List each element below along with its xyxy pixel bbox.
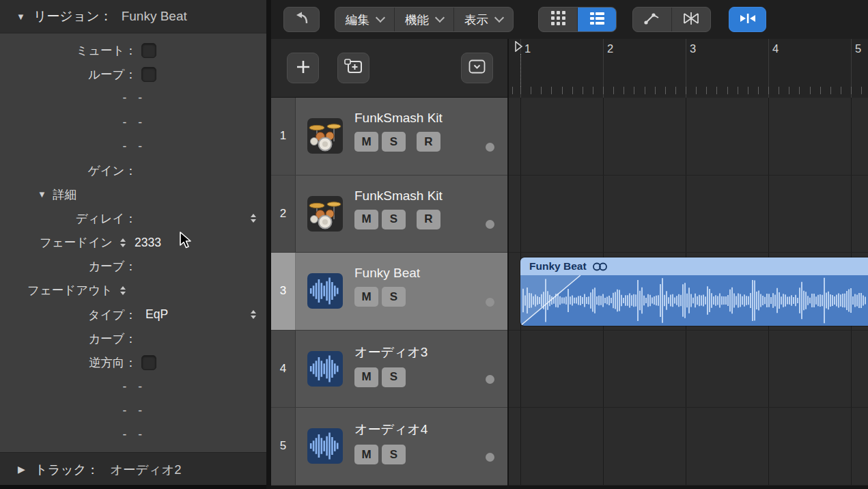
track-row[interactable]: 1 FunkSma [271, 98, 868, 176]
audio-waveform-icon[interactable] [307, 428, 343, 464]
solo-button[interactable]: S [382, 445, 406, 464]
reverse-checkbox[interactable] [141, 355, 156, 370]
mute-button[interactable]: M [354, 367, 378, 387]
add-track-button[interactable] [287, 53, 319, 83]
reverse-label: 逆方向： [0, 354, 137, 371]
track-name[interactable]: Funky Beat [354, 266, 420, 281]
mute-checkbox[interactable] [141, 43, 156, 58]
flex-button[interactable] [672, 8, 710, 31]
mute-button[interactable]: M [354, 287, 378, 307]
loop-checkbox[interactable] [141, 67, 156, 82]
fade-out-label: フェードアウト [0, 282, 113, 298]
record-enable-dot[interactable] [486, 143, 494, 152]
track-header[interactable]: 4 オーディオ3 M S [271, 331, 509, 408]
mute-label: ミュート： [0, 42, 137, 59]
track-header-options-button[interactable] [461, 53, 493, 83]
gain-row: ゲイン： [0, 158, 266, 182]
track-row[interactable]: 2 FunkSma [271, 176, 868, 253]
view-mode-switch [538, 7, 617, 32]
solo-button[interactable]: S [382, 210, 406, 229]
track-list: 1 FunkSma [271, 98, 868, 489]
track-lane[interactable] [509, 408, 868, 486]
audio-waveform-icon[interactable] [307, 273, 343, 309]
menu-functions[interactable]: 機能 [395, 8, 454, 31]
fade-type-stepper[interactable] [251, 310, 256, 319]
tracks-area: 編集 機能 表示 [271, 0, 868, 489]
solo-button[interactable]: S [382, 287, 406, 307]
track-row-selected[interactable]: 3 Funky Beat M S [271, 253, 868, 331]
ruler-number: 3 [690, 42, 696, 55]
menu-functions-label: 機能 [405, 12, 429, 28]
fade-out-stepper[interactable] [120, 286, 126, 295]
bar-ruler[interactable]: 1 2 3 4 5 [509, 39, 868, 98]
menu-edit[interactable]: 編集 [335, 8, 395, 31]
empty-row: - - [0, 423, 266, 447]
track-name[interactable]: オーディオ4 [354, 421, 428, 438]
mute-button[interactable]: M [354, 210, 378, 229]
solo-button[interactable]: S [382, 367, 406, 387]
record-enable-dot[interactable] [486, 375, 494, 384]
list-view-button[interactable] [578, 8, 616, 31]
fade-in-stepper[interactable] [120, 238, 126, 247]
region-inspector-header[interactable]: ▼ リージョン： Funky Beat [0, 0, 266, 33]
mute-button[interactable]: M [354, 445, 378, 464]
track-lane[interactable]: Funky Beat [509, 253, 868, 331]
details-section-label: 詳細 [53, 186, 76, 203]
fade-in-row: フェードイン 2333 [0, 231, 266, 255]
empty-row: - - [0, 399, 266, 423]
fade-in-overlay[interactable] [520, 275, 868, 326]
disclosure-triangle-icon[interactable]: ▼ [38, 189, 46, 199]
empty-value: - - [0, 115, 142, 130]
track-header[interactable]: 2 FunkSma [271, 176, 509, 253]
panel-divider[interactable] [266, 0, 271, 489]
delay-stepper[interactable] [251, 214, 256, 223]
fade-in-label: フェードイン [0, 234, 113, 251]
track-header-divider[interactable] [507, 39, 509, 489]
region-waveform-area[interactable] [520, 275, 868, 326]
region-title-bar[interactable]: Funky Beat [520, 257, 868, 275]
track-inspector-header[interactable]: ▶ トラック： オーディオ2 [0, 452, 266, 486]
catch-playhead-button[interactable] [729, 7, 766, 32]
fade-type-value[interactable]: EqP [145, 307, 168, 322]
drum-kit-icon[interactable] [307, 196, 343, 232]
track-header[interactable]: 1 FunkSma [271, 98, 509, 176]
disclosure-triangle-icon[interactable]: ▶ [18, 464, 25, 475]
back-button[interactable] [283, 7, 320, 32]
automation-button[interactable] [633, 8, 672, 31]
audio-region[interactable]: Funky Beat [520, 257, 868, 326]
edit-tools-switch [632, 7, 711, 32]
drum-kit-icon[interactable] [307, 118, 343, 154]
playhead-marker-icon[interactable] [515, 41, 523, 55]
track-lane[interactable] [509, 98, 868, 176]
record-enable-dot[interactable] [486, 220, 494, 229]
track-name[interactable]: FunkSmash Kit [354, 111, 444, 126]
options-chevron-icon [468, 59, 486, 76]
tracks-toolbar: 編集 機能 表示 [271, 0, 868, 40]
duplicate-track-button[interactable] [337, 53, 369, 83]
track-header[interactable]: 5 オーディオ4 M S [271, 408, 509, 486]
track-header[interactable]: 3 Funky Beat M S [271, 253, 509, 331]
record-enable-dot[interactable] [486, 453, 494, 462]
track-row[interactable]: 5 オーディオ4 M S [271, 408, 868, 486]
audio-waveform-icon[interactable] [307, 351, 343, 387]
fade-in-value[interactable]: 2333 [135, 236, 161, 250]
record-button[interactable]: R [417, 210, 440, 229]
region-inspector-body: ミュート： ループ： - - - - - - ゲイン： ▼ 詳細 [0, 33, 266, 447]
loop-row: ループ： [0, 62, 266, 86]
menu-bar: 編集 機能 表示 [335, 7, 514, 32]
mute-button[interactable]: M [354, 132, 378, 152]
track-name[interactable]: オーディオ3 [354, 344, 428, 361]
track-lane[interactable] [509, 331, 868, 408]
track-name[interactable]: FunkSmash Kit [354, 188, 444, 204]
record-button[interactable]: R [417, 132, 440, 152]
track-row[interactable]: 4 オーディオ3 M S [271, 331, 868, 408]
menu-view[interactable]: 表示 [454, 8, 513, 31]
details-section[interactable]: ▼ 詳細 [0, 182, 266, 206]
disclosure-triangle-icon[interactable]: ▼ [16, 12, 25, 22]
record-enable-dot[interactable] [486, 298, 494, 307]
reverse-row: 逆方向： [0, 350, 266, 374]
solo-button[interactable]: S [382, 132, 406, 152]
grid-view-button[interactable] [539, 8, 578, 31]
empty-row: - - [0, 111, 266, 135]
track-lane[interactable] [509, 176, 868, 253]
